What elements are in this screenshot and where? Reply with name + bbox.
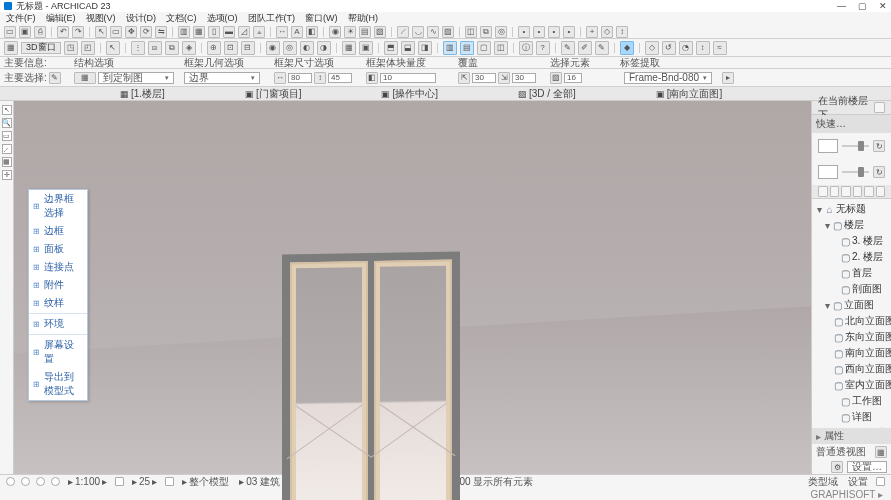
- tool-e-icon[interactable]: +: [586, 26, 598, 38]
- slab-icon[interactable]: ▦: [193, 26, 205, 38]
- cam-b-icon[interactable]: ◎: [283, 41, 297, 55]
- nav-c-icon[interactable]: [864, 186, 874, 197]
- nav-b-icon[interactable]: [853, 186, 863, 197]
- tree-elev-n[interactable]: ▢北向立面图 (自动重…: [814, 313, 891, 329]
- theme-slider-2[interactable]: [842, 171, 869, 173]
- tool-g-icon[interactable]: ↕: [616, 26, 628, 38]
- view3d-button[interactable]: 3D窗口: [21, 42, 61, 54]
- lt-measure-icon[interactable]: ⟋: [2, 144, 12, 154]
- frame-n-field[interactable]: 16: [564, 73, 582, 83]
- sb-orbit-icon[interactable]: [165, 477, 174, 486]
- line-icon[interactable]: ⟋: [397, 26, 409, 38]
- tree-worksheet[interactable]: ▢工作图: [814, 393, 891, 409]
- dimension-icon[interactable]: ↔: [276, 26, 288, 38]
- sb-type[interactable]: 类型域: [806, 475, 840, 489]
- camera-icon[interactable]: ◉: [329, 26, 341, 38]
- zone-icon[interactable]: ◫: [465, 26, 477, 38]
- close-button[interactable]: ✕: [879, 1, 887, 11]
- misc-a-icon[interactable]: ◇: [645, 41, 659, 55]
- lt-coord-icon[interactable]: ✛: [2, 170, 12, 180]
- sb-zoomout-icon[interactable]: [51, 477, 60, 486]
- geo-dropdown[interactable]: 边界: [184, 72, 260, 84]
- dim-h-icon[interactable]: ↕: [314, 72, 326, 84]
- sb-right-icon[interactable]: [876, 477, 885, 486]
- menu-file[interactable]: 文件(F): [2, 12, 40, 25]
- mesh-icon[interactable]: ⟁: [253, 26, 265, 38]
- theme-refresh-1-icon[interactable]: ↻: [873, 140, 885, 152]
- sb-pan-icon[interactable]: [115, 477, 124, 486]
- mirror-icon[interactable]: ⇋: [155, 26, 167, 38]
- move-icon[interactable]: ✥: [125, 26, 137, 38]
- tool-f-icon[interactable]: ◇: [601, 26, 613, 38]
- menu-design[interactable]: 设计(D): [122, 12, 161, 25]
- persp-icon[interactable]: ◳: [64, 41, 78, 55]
- nav-d-icon[interactable]: [876, 186, 886, 197]
- sb-whole[interactable]: ▸ 整个模型: [180, 475, 231, 489]
- text-icon[interactable]: A: [291, 26, 303, 38]
- popup-item-env[interactable]: 环境: [29, 315, 87, 333]
- lt-zoom-icon[interactable]: 🔍: [2, 118, 12, 128]
- edit-a-icon[interactable]: ⋮: [131, 41, 145, 55]
- edit-c-icon[interactable]: ⧉: [165, 41, 179, 55]
- rotate-icon[interactable]: ⟳: [140, 26, 152, 38]
- select-sub-icon[interactable]: ↖: [106, 41, 120, 55]
- popup-item-screen[interactable]: 屏幕设置: [29, 336, 87, 368]
- sb-zoomfit-icon[interactable]: [21, 477, 30, 486]
- menu-doc[interactable]: 文档(C): [162, 12, 201, 25]
- save-icon[interactable]: ⎙: [34, 26, 46, 38]
- sb-dim[interactable]: ▸ 25 ▸: [130, 476, 159, 487]
- minimize-button[interactable]: —: [837, 1, 846, 11]
- menu-options[interactable]: 选项(O): [203, 12, 242, 25]
- mod-a-icon[interactable]: ⬒: [384, 41, 398, 55]
- cam-c-icon[interactable]: ◐: [300, 41, 314, 55]
- nav-back-icon[interactable]: [818, 186, 828, 197]
- shade-c-icon[interactable]: ▢: [477, 41, 491, 55]
- infobox-struct-icon[interactable]: ▦: [74, 72, 96, 84]
- settings-button[interactable]: 设置…: [847, 461, 887, 473]
- frame-id-dropdown[interactable]: Frame-Bnd-080: [624, 72, 712, 84]
- sec-view-icon[interactable]: ▦: [875, 446, 887, 458]
- sb-set[interactable]: 设置: [846, 475, 870, 489]
- misc-e-icon[interactable]: ≈: [713, 41, 727, 55]
- ov1-icon[interactable]: ⇱: [458, 72, 470, 84]
- draw-b-icon[interactable]: ✐: [578, 41, 592, 55]
- theme-chip-2[interactable]: [818, 165, 838, 179]
- tree-elev-s[interactable]: ▢南向立面图 (自动重…: [814, 345, 891, 361]
- fill-icon-ib[interactable]: ▨: [550, 72, 562, 84]
- object-icon[interactable]: ⧉: [480, 26, 492, 38]
- vm-field[interactable]: 10: [380, 73, 436, 83]
- dim-h-field[interactable]: 45: [328, 73, 352, 83]
- panel-close-icon[interactable]: [874, 102, 885, 113]
- tree-root[interactable]: ▾⌂无标题: [814, 201, 891, 217]
- tree-detail[interactable]: ▢详图: [814, 409, 891, 425]
- new-icon[interactable]: ▭: [4, 26, 16, 38]
- column-icon[interactable]: ▯: [208, 26, 220, 38]
- info-b-icon[interactable]: ?: [536, 41, 550, 55]
- tree-sections[interactable]: ▢剖面图: [814, 281, 891, 297]
- popup-item-panel[interactable]: 面板: [29, 240, 87, 258]
- infobox-more-icon[interactable]: ▸: [722, 72, 734, 84]
- tab-floor[interactable]: [1.楼层]: [120, 87, 165, 101]
- tool-b-icon[interactable]: •: [533, 26, 545, 38]
- roof-icon[interactable]: ◿: [238, 26, 250, 38]
- hilite-icon[interactable]: ◆: [620, 41, 634, 55]
- tool-d-icon[interactable]: •: [563, 26, 575, 38]
- ov2-icon[interactable]: ⇲: [498, 72, 510, 84]
- tree-floor-1[interactable]: ▢首层: [814, 265, 891, 281]
- sb-zoom[interactable]: ▸ 1:100 ▸: [66, 476, 109, 487]
- lt-marquee-icon[interactable]: ▭: [2, 131, 12, 141]
- popup-item-pattern[interactable]: 纹样: [29, 294, 87, 312]
- settings-gear-icon[interactable]: ⚙: [831, 461, 843, 473]
- popup-item-frame[interactable]: 边框: [29, 222, 87, 240]
- polyline-icon[interactable]: ∿: [427, 26, 439, 38]
- sb-home-icon[interactable]: [6, 477, 15, 486]
- fill-icon[interactable]: ▨: [442, 26, 454, 38]
- theme-chip-1[interactable]: [818, 139, 838, 153]
- tab-oper[interactable]: ▣ [操作中心]: [381, 87, 438, 101]
- marquee-icon[interactable]: ▭: [110, 26, 122, 38]
- ov2-field[interactable]: 30: [512, 73, 536, 83]
- tab-elev[interactable]: ▣ [南向立面图]: [656, 87, 723, 101]
- tool-c-icon[interactable]: •: [548, 26, 560, 38]
- window-model[interactable]: [282, 251, 460, 500]
- view2d-icon[interactable]: ▦: [4, 41, 18, 55]
